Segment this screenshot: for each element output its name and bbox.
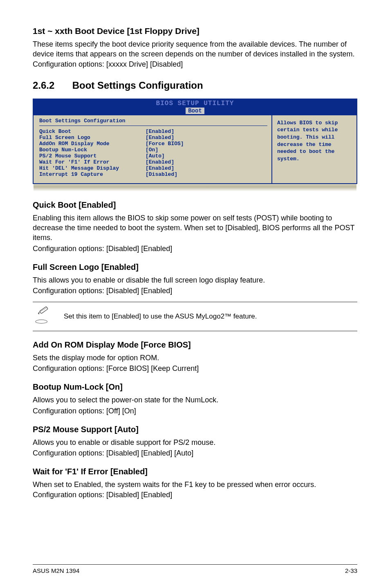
bios-row: AddOn ROM Display Mode[Force BIOS] [39,141,267,147]
bootup-numlock-title: Bootup Num-Lock [On] [33,382,357,392]
wait-f1-para: When set to Enabled, the system waits fo… [33,480,357,500]
addon-rom-para2: Configuration options: [Force BIOS] [Kee… [33,364,357,373]
bios-row: Hit 'DEL' Message Display[Enabled] [39,165,267,171]
bios-row: Interrupt 19 Capture[Disabled] [39,171,267,177]
page-footer: ASUS M2N 1394 2-33 [33,564,357,574]
note-text: Set this item to [Enabled] to use the AS… [64,312,257,321]
footer-right: 2-33 [345,567,357,574]
full-screen-logo-para1: This allows you to enable or disable the… [33,275,357,285]
wait-f1-title: Wait for 'F1' If Error [Enabled] [33,467,357,476]
bootup-numlock-para2: Configuration options: [Off] [On] [33,406,357,416]
bios-row: PS/2 Mouse Support[Auto] [39,153,267,159]
bios-screenshot: BIOS SETUP UTILITY Boot Boot Settings Co… [33,99,357,191]
bios-divider [39,126,267,126]
ps2-mouse-title: PS/2 Mouse Support [Auto] [33,425,357,434]
bios-row: Bootup Num-Lock[On] [39,147,267,153]
svg-marker-3 [38,312,40,314]
quick-boot-para1: Enabling this item allows the BIOS to sk… [33,213,357,243]
section-number: 2.6.2 [33,80,69,91]
bootup-numlock-para1: Allows you to select the power-on state … [33,395,357,405]
addon-rom-para1: Sets the display mode for option ROM. [33,353,357,363]
bios-header: BIOS SETUP UTILITY Boot [33,99,357,114]
note-block: Set this item to [Enabled] to use the AS… [33,302,357,331]
svg-point-0 [36,320,47,323]
ps2-mouse-para2: Configuration options: [Disabled] [Enabl… [33,448,357,458]
bios-main-panel: Boot Settings Configuration Quick Boot[E… [33,114,271,184]
boot-device-title: 1st ~ xxth Boot Device [1st Floppy Drive… [33,26,357,36]
boot-device-para: These items specify the boot device prio… [33,39,357,69]
section-heading: 2.6.2 Boot Settings Configuration [33,80,357,91]
ps2-mouse-para1: Allows you to enable or disable support … [33,438,357,447]
footer-left: ASUS M2N 1394 [33,567,79,574]
quick-boot-title: Quick Boot [Enabled] [33,200,357,210]
bios-row: Full Screen Logo[Enabled] [39,135,267,141]
bios-header-title: BIOS SETUP UTILITY [33,100,357,107]
bios-panel-title: Boot Settings Configuration [39,118,267,124]
full-screen-logo-para2: Configuration options: [Disabled] [Enabl… [33,286,357,296]
bios-tab-boot: Boot [186,108,204,114]
quick-boot-para2: Configuration options: [Disabled] [Enabl… [33,244,357,254]
full-screen-logo-title: Full Screen Logo [Enabled] [33,263,357,272]
section-title: Boot Settings Configuration [72,80,203,91]
addon-rom-title: Add On ROM Display Mode [Force BIOS] [33,340,357,350]
bios-row: Quick Boot[Enabled] [39,128,267,135]
bios-fade [33,184,357,191]
pencil-note-icon [34,306,53,327]
bios-help-panel: Allows BIOS to skip certain tests while … [271,114,357,184]
bios-row: Wait For 'F1' If Error[Enabled] [39,159,267,165]
svg-rect-1 [40,306,48,313]
